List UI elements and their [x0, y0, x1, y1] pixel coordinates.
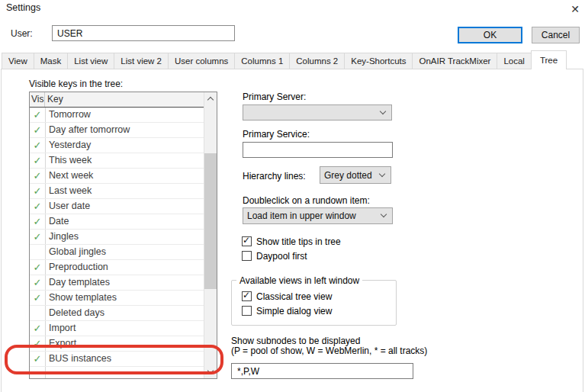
- simple-dialog-view-checkbox-row[interactable]: Simple dialog view: [242, 304, 332, 318]
- simple-dialog-view-label: Simple dialog view: [256, 306, 332, 316]
- tab-user-columns[interactable]: User columns: [168, 53, 235, 69]
- tree-option-checkboxes: ✓Show title tips in treeDaypool first: [242, 234, 341, 263]
- tab-view[interactable]: View: [2, 53, 34, 69]
- table-row[interactable]: ✓Preproduction: [30, 260, 204, 275]
- check-icon[interactable]: ✓: [30, 352, 45, 366]
- check-icon: ✓: [34, 124, 42, 136]
- key-cell: Last week: [45, 184, 204, 198]
- check-icon[interactable]: ✓: [30, 123, 45, 137]
- tab-onair-trackmixer[interactable]: OnAIR TrackMixer: [412, 53, 497, 69]
- key-cell: Show templates: [45, 291, 204, 305]
- tree-keys-rows: ✓Tomorrow✓Day after tomorrow✓Yesterday✓T…: [30, 108, 204, 378]
- column-header-key[interactable]: Key: [45, 92, 204, 107]
- chevron-down-icon: [380, 108, 386, 114]
- check-icon[interactable]: ✓: [30, 108, 45, 122]
- key-cell: User date: [45, 199, 204, 214]
- tab-columns-2[interactable]: Columns 2: [289, 53, 345, 69]
- check-icon[interactable]: ✓: [30, 336, 45, 351]
- table-row[interactable]: ✓Next week: [30, 169, 204, 184]
- show-title-tips-in-tree-checkbox[interactable]: ✓: [242, 236, 252, 246]
- tree-keys-label: Visible keys in the tree:: [29, 79, 123, 89]
- check-icon[interactable]: ✓: [30, 199, 45, 214]
- vertical-scrollbar[interactable]: [204, 92, 217, 378]
- hierarchy-lines-dropdown[interactable]: Grey dotted: [320, 166, 391, 184]
- scrollbar-thumb[interactable]: [204, 153, 217, 289]
- daypool-first-label: Daypool first: [256, 251, 307, 262]
- table-row[interactable]: ✓Show templates: [30, 291, 204, 306]
- classical-tree-view-checkbox[interactable]: ✓: [242, 291, 252, 301]
- empty-vis-cell[interactable]: [30, 245, 45, 259]
- key-cell: BUS instances: [45, 352, 204, 366]
- check-icon: ✓: [34, 170, 42, 182]
- check-icon[interactable]: ✓: [30, 275, 45, 290]
- table-row[interactable]: ✓BUS instances: [30, 352, 204, 367]
- doubleclick-dropdown[interactable]: Load item in upper window: [243, 207, 393, 224]
- table-row[interactable]: Global jingles: [30, 245, 204, 260]
- key-cell: Date: [45, 214, 204, 229]
- tab-mask[interactable]: Mask: [34, 53, 68, 69]
- check-icon[interactable]: ✓: [30, 321, 45, 336]
- classical-tree-view-checkbox-row[interactable]: ✓Classical tree view: [242, 289, 332, 304]
- check-icon: ✓: [243, 235, 250, 246]
- tab-key-shortcuts[interactable]: Key-Shortcuts: [344, 53, 413, 69]
- show-title-tips-in-tree-checkbox-row[interactable]: ✓Show title tips in tree: [242, 234, 341, 249]
- check-icon: ✓: [34, 323, 42, 334]
- table-row[interactable]: ✓Yesterday: [30, 138, 204, 153]
- check-icon: ✓: [34, 201, 42, 212]
- check-icon[interactable]: ✓: [30, 169, 45, 183]
- check-icon[interactable]: ✓: [30, 138, 45, 153]
- table-row[interactable]: Deleted days: [30, 306, 204, 321]
- subnodes-label: Show subnodes to be displayed: [231, 336, 360, 346]
- key-cell: This week: [45, 153, 204, 168]
- check-icon: ✓: [34, 216, 42, 227]
- key-cell: Day after tomorrow: [45, 123, 204, 137]
- check-icon[interactable]: ✓: [30, 184, 45, 198]
- check-icon[interactable]: ✓: [30, 214, 45, 229]
- check-icon: ✓: [34, 262, 42, 273]
- table-header: Vis Key: [30, 92, 204, 108]
- check-icon: ✓: [34, 292, 42, 304]
- key-cell: Jingles: [45, 230, 204, 244]
- tab-local[interactable]: Local: [497, 53, 532, 69]
- daypool-first-checkbox-row[interactable]: Daypool first: [242, 249, 341, 263]
- primary-service-input[interactable]: [243, 142, 393, 158]
- scroll-down-icon[interactable]: [204, 365, 217, 378]
- close-icon[interactable]: ✕: [567, 2, 583, 17]
- tab-columns-1[interactable]: Columns 1: [234, 53, 290, 69]
- tab-list-view-2[interactable]: List view 2: [114, 53, 169, 69]
- window-title: Settings: [6, 2, 40, 13]
- simple-dialog-view-checkbox[interactable]: [242, 306, 252, 316]
- primary-server-dropdown[interactable]: [243, 104, 392, 120]
- scroll-up-icon[interactable]: [204, 92, 217, 105]
- daypool-first-checkbox[interactable]: [242, 251, 252, 261]
- chevron-down-icon: [381, 211, 387, 217]
- check-icon[interactable]: ✓: [30, 260, 45, 275]
- tab-list-view[interactable]: List view: [67, 53, 114, 69]
- column-header-vis[interactable]: Vis: [30, 92, 45, 107]
- table-row[interactable]: ✓Date: [30, 214, 204, 230]
- available-views-title: Available views in left window: [236, 275, 362, 286]
- table-row[interactable]: ✓Day after tomorrow: [30, 123, 204, 138]
- table-row[interactable]: ✓Tomorrow: [30, 108, 204, 123]
- check-icon: ✓: [34, 353, 42, 365]
- subnodes-input[interactable]: [231, 363, 413, 379]
- table-row[interactable]: ✓Day templates: [30, 275, 204, 291]
- table-row[interactable]: ✓This week: [30, 153, 204, 169]
- tab-tree[interactable]: Tree: [531, 50, 567, 69]
- check-icon[interactable]: ✓: [30, 230, 45, 244]
- empty-vis-cell[interactable]: [30, 306, 45, 320]
- table-row[interactable]: ✓Import: [30, 321, 204, 336]
- user-label: User:: [11, 28, 33, 39]
- tab-bar: ViewMaskList viewList view 2User columns…: [2, 50, 567, 69]
- table-row[interactable]: ✓User date: [30, 199, 204, 214]
- check-icon: ✓: [34, 277, 42, 288]
- user-input[interactable]: [52, 25, 235, 41]
- table-row[interactable]: ✓Export: [30, 336, 204, 352]
- table-row[interactable]: ✓Jingles: [30, 230, 204, 245]
- check-icon[interactable]: ✓: [30, 153, 45, 168]
- check-icon: ✓: [34, 109, 42, 120]
- cancel-button[interactable]: Cancel: [532, 27, 580, 43]
- check-icon[interactable]: ✓: [30, 291, 45, 305]
- ok-button[interactable]: OK: [458, 27, 522, 43]
- table-row[interactable]: ✓Last week: [30, 184, 204, 199]
